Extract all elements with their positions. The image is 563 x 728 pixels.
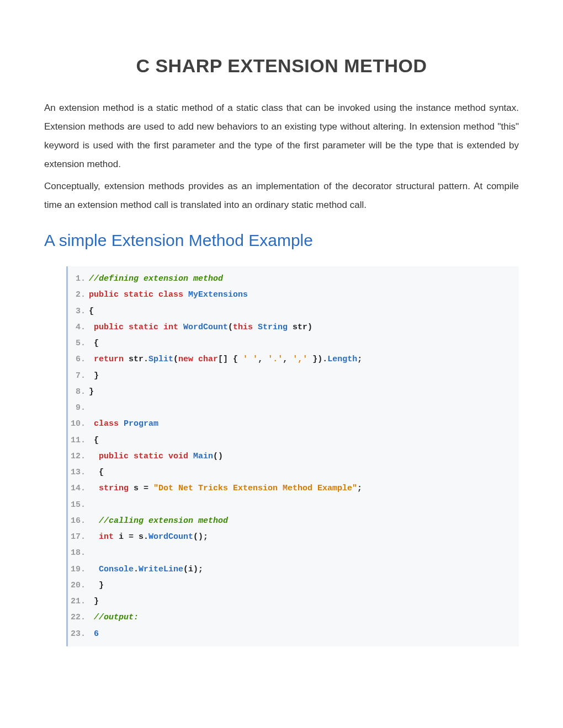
code-type: Length bbox=[327, 355, 357, 364]
line-number: 15. bbox=[68, 497, 89, 513]
code-text: ; bbox=[357, 355, 362, 364]
code-text: ; bbox=[357, 484, 362, 493]
line-number: 11. bbox=[68, 432, 89, 448]
code-type: Split bbox=[148, 355, 173, 364]
code-line-17: 17. int i = s.WordCount(); bbox=[68, 529, 512, 545]
code-string: ' ' bbox=[243, 355, 258, 364]
code-type: MyExtensions bbox=[188, 290, 248, 299]
line-number: 10. bbox=[68, 416, 89, 432]
code-text: . bbox=[144, 355, 148, 364]
code-line-15: 15. bbox=[68, 497, 512, 513]
code-line-11: 11. { bbox=[68, 432, 512, 448]
code-keyword: return bbox=[89, 355, 124, 364]
code-keyword: class bbox=[89, 419, 124, 429]
code-text: { bbox=[89, 335, 99, 351]
line-number: 19. bbox=[68, 561, 89, 577]
code-keyword: string bbox=[89, 484, 129, 493]
code-text: i = s. bbox=[114, 532, 148, 542]
code-line-14: 14. string s = "Dot Net Tricks Extension… bbox=[68, 480, 512, 496]
line-number: 13. bbox=[68, 464, 89, 480]
code-comment: //defining extension method bbox=[89, 274, 223, 283]
code-keyword: this bbox=[233, 323, 258, 332]
code-line-7: 7. } bbox=[68, 368, 512, 384]
line-number: 14. bbox=[68, 480, 89, 496]
code-line-23: 23. 6 bbox=[68, 626, 512, 642]
code-text: { bbox=[89, 464, 104, 480]
code-text: } bbox=[89, 384, 94, 400]
line-number: 16. bbox=[68, 513, 89, 529]
line-number: 22. bbox=[68, 609, 89, 625]
line-number: 20. bbox=[68, 577, 89, 593]
code-line-13: 13. { bbox=[68, 464, 512, 480]
page-container: C SHARP EXTENSION METHOD An extension me… bbox=[0, 0, 563, 679]
code-text: } bbox=[89, 368, 99, 384]
code-line-9: 9. bbox=[68, 400, 512, 416]
code-text: }). bbox=[307, 355, 327, 364]
line-number: 4. bbox=[68, 319, 89, 335]
code-line-18: 18. bbox=[68, 545, 512, 561]
code-text: . bbox=[134, 565, 139, 574]
code-line-5: 5. { bbox=[68, 335, 512, 351]
line-number: 12. bbox=[68, 448, 89, 464]
line-number: 6. bbox=[68, 351, 89, 367]
code-line-16: 16. //calling extension method bbox=[68, 513, 512, 529]
code-keyword: public static class bbox=[89, 290, 188, 299]
code-number: 6 bbox=[89, 629, 99, 639]
code-text: (i); bbox=[183, 565, 203, 574]
code-line-3: 3. { bbox=[68, 303, 512, 319]
line-number: 23. bbox=[68, 626, 89, 642]
code-comment: //calling extension method bbox=[89, 516, 228, 526]
code-comment: //output: bbox=[89, 613, 139, 622]
code-string: '.' bbox=[268, 355, 283, 364]
code-string: "Dot Net Tricks Extension Method Example… bbox=[153, 484, 357, 493]
code-type: WriteLine bbox=[139, 565, 183, 574]
code-string: ',' bbox=[293, 355, 307, 364]
code-line-8: 8. } bbox=[68, 384, 512, 400]
code-keyword: public static int bbox=[89, 323, 183, 332]
code-text: } bbox=[89, 577, 104, 593]
line-number: 7. bbox=[68, 368, 89, 384]
code-line-6: 6. return str.Split(new char[] { ' ', '.… bbox=[68, 351, 512, 367]
code-line-19: 19. Console.WriteLine(i); bbox=[68, 561, 512, 577]
code-line-2: 2. public static class MyExtensions bbox=[68, 287, 512, 303]
line-number: 1. bbox=[68, 271, 89, 287]
code-text: [] { bbox=[218, 355, 243, 364]
code-text: } bbox=[89, 593, 99, 609]
code-text: s = bbox=[129, 484, 153, 493]
line-number: 5. bbox=[68, 335, 89, 351]
line-number: 9. bbox=[68, 400, 89, 416]
code-text: { bbox=[89, 432, 99, 448]
code-line-21: 21. } bbox=[68, 593, 512, 609]
code-type: Console bbox=[89, 565, 134, 574]
intro-paragraph-1: An extension method is a static method o… bbox=[44, 99, 519, 174]
code-keyword: public static void bbox=[89, 452, 193, 461]
code-text: str) bbox=[288, 323, 312, 332]
code-line-12: 12. public static void Main() bbox=[68, 448, 512, 464]
code-line-22: 22. //output: bbox=[68, 609, 512, 625]
intro-paragraph-2: Conceptually, extension methods provides… bbox=[44, 177, 519, 215]
code-type: Program bbox=[124, 419, 158, 429]
code-keyword: new char bbox=[178, 355, 218, 364]
code-line-10: 10. class Program bbox=[68, 416, 512, 432]
code-type: WordCount bbox=[148, 532, 193, 542]
code-type: WordCount bbox=[183, 323, 228, 332]
code-line-20: 20. } bbox=[68, 577, 512, 593]
code-line-4: 4. public static int WordCount(this Stri… bbox=[68, 319, 512, 335]
line-number: 2. bbox=[68, 287, 89, 303]
code-text: str bbox=[124, 355, 144, 364]
code-type: Main bbox=[193, 452, 213, 461]
code-keyword: int bbox=[89, 532, 114, 542]
code-line-1: 1. //defining extension method bbox=[68, 271, 512, 287]
line-number: 18. bbox=[68, 545, 89, 561]
code-text: () bbox=[213, 452, 223, 461]
line-number: 17. bbox=[68, 529, 89, 545]
code-type: String bbox=[258, 323, 288, 332]
code-text: , bbox=[283, 355, 293, 364]
code-text: ( bbox=[228, 323, 233, 332]
code-text: ( bbox=[173, 355, 178, 364]
code-text: (); bbox=[193, 532, 208, 542]
code-text: { bbox=[89, 303, 94, 319]
page-title: C SHARP EXTENSION METHOD bbox=[44, 55, 519, 77]
line-number: 21. bbox=[68, 593, 89, 609]
section-heading: A simple Extension Method Example bbox=[44, 231, 519, 250]
